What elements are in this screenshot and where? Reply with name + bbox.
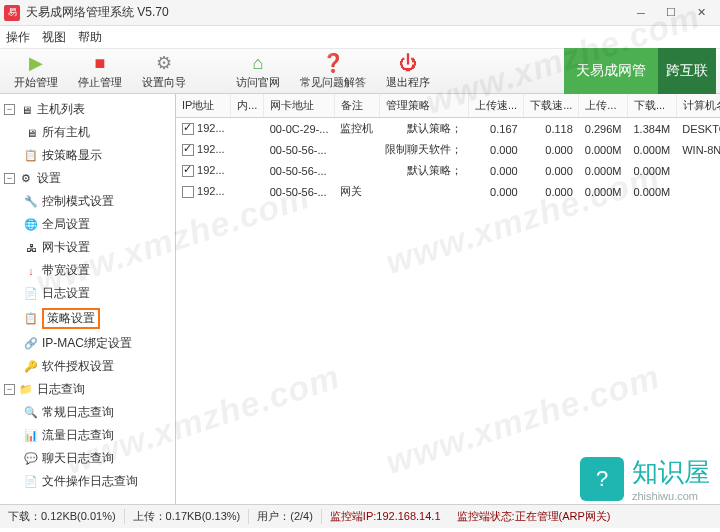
- internet-label: 访问官网: [236, 75, 280, 90]
- close-button[interactable]: ✕: [686, 3, 716, 23]
- tree-nic-settings[interactable]: 🖧网卡设置: [2, 236, 173, 259]
- col-down-speed[interactable]: 下载速...: [524, 94, 579, 118]
- tree-hosts[interactable]: −🖥主机列表: [2, 98, 173, 121]
- tree-label: 流量日志查询: [42, 427, 114, 444]
- col-mac[interactable]: 网卡地址: [264, 94, 335, 118]
- content-table: IP地址 内... 网卡地址 备注 管理策略 上传速... 下载速... 上传.…: [176, 94, 720, 504]
- row-checkbox[interactable]: [182, 165, 194, 177]
- computer-icon: 🖥: [19, 103, 33, 117]
- file-icon: 📄: [24, 475, 38, 489]
- tree-normal-log[interactable]: 🔍常规日志查询: [2, 401, 173, 424]
- visit-website-button[interactable]: ⌂ 访问官网: [226, 50, 290, 92]
- policy-icon: 📋: [24, 149, 38, 163]
- app-icon: 易: [4, 5, 20, 21]
- main-area: −🖥主机列表 🖥所有主机 📋按策略显示 −⚙设置 🔧控制模式设置 🌐全局设置 🖧…: [0, 94, 720, 504]
- start-manage-button[interactable]: ▶ 开始管理: [4, 50, 68, 92]
- table-row[interactable]: 192...00-50-56-...网关0.0000.0000.000M0.00…: [176, 181, 720, 202]
- tree-sw-auth[interactable]: 🔑软件授权设置: [2, 355, 173, 378]
- tree-label: 策略设置: [42, 308, 100, 329]
- play-icon: ▶: [25, 52, 47, 74]
- col-ip[interactable]: IP地址: [176, 94, 231, 118]
- tree-ipmac-settings[interactable]: 🔗IP-MAC绑定设置: [2, 332, 173, 355]
- tree-label: 文件操作日志查询: [42, 473, 138, 490]
- col-note[interactable]: 备注: [334, 94, 379, 118]
- row-checkbox[interactable]: [182, 186, 194, 198]
- tree-label: 网卡设置: [42, 239, 90, 256]
- brand-a: 天易成网管: [564, 48, 658, 94]
- col-hostname[interactable]: 计算机名称: [676, 94, 720, 118]
- table-header-row: IP地址 内... 网卡地址 备注 管理策略 上传速... 下载速... 上传.…: [176, 94, 720, 118]
- tree-label: IP-MAC绑定设置: [42, 335, 132, 352]
- maximize-button[interactable]: ☐: [656, 3, 686, 23]
- col-up-speed[interactable]: 上传速...: [468, 94, 523, 118]
- log-icon: 📄: [24, 287, 38, 301]
- tree-label: 主机列表: [37, 101, 85, 118]
- col-up-total[interactable]: 上传...: [579, 94, 628, 118]
- tree-fileop-log[interactable]: 📄文件操作日志查询: [2, 470, 173, 493]
- tree-traffic-log[interactable]: 📊流量日志查询: [2, 424, 173, 447]
- stop-manage-button[interactable]: ■ 停止管理: [68, 50, 132, 92]
- tree-by-policy[interactable]: 📋按策略显示: [2, 144, 173, 167]
- tree-label: 软件授权设置: [42, 358, 114, 375]
- gear-icon: ⚙: [153, 52, 175, 74]
- tree-all-hosts[interactable]: 🖥所有主机: [2, 121, 173, 144]
- col-down-total[interactable]: 下载...: [628, 94, 677, 118]
- policy-icon: 📋: [24, 312, 38, 326]
- zhishiwu-icon: ?: [580, 457, 624, 501]
- tree-log-settings[interactable]: 📄日志设置: [2, 282, 173, 305]
- status-download: 下载：0.12KB(0.01%): [0, 509, 125, 524]
- status-users: 用户：(2/4): [249, 509, 322, 524]
- gear-icon: ⚙: [19, 172, 33, 186]
- menu-help[interactable]: 帮助: [78, 29, 102, 46]
- home-icon: ⌂: [247, 52, 269, 74]
- tree-settings[interactable]: −⚙设置: [2, 167, 173, 190]
- col-policy[interactable]: 管理策略: [379, 94, 468, 118]
- table-row[interactable]: 192...00-50-56-...限制聊天软件；0.0000.0000.000…: [176, 139, 720, 160]
- globe-icon: 🌐: [24, 218, 38, 232]
- col-internal[interactable]: 内...: [231, 94, 264, 118]
- tree-policy-settings[interactable]: 📋策略设置: [2, 305, 173, 332]
- help-icon: ❓: [322, 52, 344, 74]
- table-row[interactable]: 192...00-50-56-...默认策略；0.0000.0000.000M0…: [176, 160, 720, 181]
- tree-label: 所有主机: [42, 124, 90, 141]
- tree-control-mode[interactable]: 🔧控制模式设置: [2, 190, 173, 213]
- tree-label: 日志设置: [42, 285, 90, 302]
- table-row[interactable]: 192...00-0C-29-...监控机默认策略；0.1670.1180.29…: [176, 118, 720, 140]
- menu-view[interactable]: 视图: [42, 29, 66, 46]
- menu-operate[interactable]: 操作: [6, 29, 30, 46]
- tree-label: 日志查询: [37, 381, 85, 398]
- tree-chat-log[interactable]: 💬聊天日志查询: [2, 447, 173, 470]
- tree-bandwidth-settings[interactable]: ↓带宽设置: [2, 259, 173, 282]
- tree-logs[interactable]: −📁日志查询: [2, 378, 173, 401]
- zhishiwu-name: 知识屋: [632, 455, 710, 490]
- key-icon: 🔑: [24, 360, 38, 374]
- chart-icon: 📊: [24, 429, 38, 443]
- host-icon: 🖥: [24, 126, 38, 140]
- status-upload: 上传：0.17KB(0.13%): [125, 509, 250, 524]
- host-table: IP地址 内... 网卡地址 备注 管理策略 上传速... 下载速... 上传.…: [176, 94, 720, 202]
- settings-wizard-button[interactable]: ⚙ 设置向导: [132, 50, 196, 92]
- tree-global-settings[interactable]: 🌐全局设置: [2, 213, 173, 236]
- faq-button[interactable]: ❓ 常见问题解答: [290, 50, 376, 92]
- chat-icon: 💬: [24, 452, 38, 466]
- row-checkbox[interactable]: [182, 123, 194, 135]
- nic-icon: 🖧: [24, 241, 38, 255]
- tree-label: 设置: [37, 170, 61, 187]
- status-monitor-ip: 监控端IP:192.168.14.1: [322, 509, 449, 524]
- power-icon: ⏻: [397, 52, 419, 74]
- titlebar: 易 天易成网络管理系统 V5.70 ─ ☐ ✕: [0, 0, 720, 26]
- tree-label: 常规日志查询: [42, 404, 114, 421]
- brand-b: 跨互联: [658, 48, 716, 94]
- search-icon: 🔍: [24, 406, 38, 420]
- brand-banner: 天易成网管 跨互联: [564, 49, 716, 93]
- menubar: 操作 视图 帮助: [0, 26, 720, 48]
- minimize-button[interactable]: ─: [626, 3, 656, 23]
- exit-button[interactable]: ⏻ 退出程序: [376, 50, 440, 92]
- zhishiwu-badge: ? 知识屋 zhishiwu.com: [580, 455, 710, 502]
- stop-icon: ■: [89, 52, 111, 74]
- tree-label: 聊天日志查询: [42, 450, 114, 467]
- sidebar: −🖥主机列表 🖥所有主机 📋按策略显示 −⚙设置 🔧控制模式设置 🌐全局设置 🖧…: [0, 94, 176, 504]
- tree-label: 全局设置: [42, 216, 90, 233]
- link-icon: 🔗: [24, 337, 38, 351]
- row-checkbox[interactable]: [182, 144, 194, 156]
